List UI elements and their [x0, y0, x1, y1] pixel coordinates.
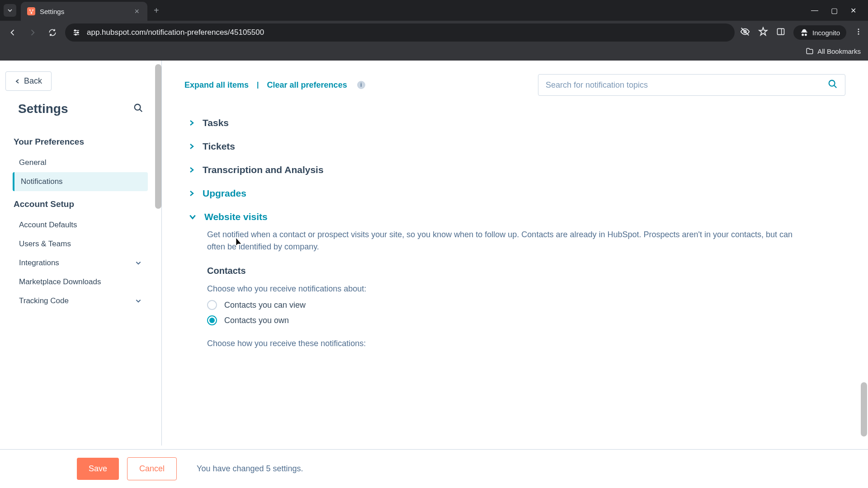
svg-point-6 — [75, 30, 76, 31]
section-upgrades[interactable]: Upgrades — [189, 182, 845, 205]
search-box[interactable] — [538, 74, 845, 96]
tab-close-icon[interactable]: × — [132, 7, 141, 16]
back-nav-icon[interactable] — [5, 25, 20, 40]
search-input[interactable] — [546, 80, 828, 90]
contacts-subtitle: Contacts — [207, 266, 845, 276]
sidebar-item-tracking-code[interactable]: Tracking Code — [13, 291, 148, 310]
forward-nav-icon — [25, 25, 40, 40]
settings-sidebar: Back Settings Your Preferences General N… — [0, 61, 162, 446]
footer-bar: Save Cancel You have changed 5 settings. — [0, 449, 868, 488]
sidebar-item-notifications[interactable]: Notifications — [13, 172, 148, 191]
settings-title: Settings — [18, 102, 68, 116]
minimize-icon[interactable]: — — [811, 6, 818, 15]
svg-point-13 — [858, 28, 859, 30]
chevron-right-icon — [189, 143, 194, 150]
save-button[interactable]: Save — [77, 458, 119, 480]
expand-all-link[interactable]: Expand all items — [184, 80, 249, 90]
sidebar-item-integrations[interactable]: Integrations — [13, 253, 148, 272]
hubspot-favicon — [27, 7, 35, 15]
svg-point-16 — [135, 104, 141, 110]
tab-title: Settings — [40, 8, 132, 15]
chevron-down-icon — [135, 260, 142, 266]
sidebar-item-marketplace[interactable]: Marketplace Downloads — [13, 272, 148, 291]
radio-contacts-view[interactable]: Contacts you can view — [207, 300, 845, 310]
reload-icon[interactable] — [45, 25, 60, 40]
account-setup-section-title: Account Setup — [14, 199, 148, 209]
bookmark-star-icon[interactable] — [758, 27, 768, 38]
svg-point-8 — [75, 34, 76, 35]
main-content: Expand all items | Clear all preferences… — [162, 61, 868, 446]
address-bar[interactable]: app.hubspot.com/notification-preferences… — [65, 23, 735, 42]
browser-tab[interactable]: Settings × — [21, 2, 147, 21]
search-icon[interactable] — [828, 79, 838, 91]
eye-off-icon[interactable] — [740, 27, 750, 38]
svg-line-19 — [834, 85, 837, 88]
section-tickets[interactable]: Tickets — [189, 135, 845, 158]
section-website-visits[interactable]: Website visits — [189, 205, 845, 229]
clear-all-link[interactable]: Clear all preferences — [267, 80, 347, 90]
section-description: Get notified when a contact or prospect … — [207, 229, 813, 253]
url-text: app.hubspot.com/notification-preferences… — [87, 28, 264, 37]
sidebar-item-general[interactable]: General — [13, 153, 148, 172]
search-settings-icon[interactable] — [133, 103, 143, 115]
svg-point-14 — [858, 31, 859, 33]
sidebar-scrollbar[interactable] — [155, 64, 161, 209]
bookmarks-bar: All Bookmarks — [0, 44, 868, 61]
svg-line-17 — [140, 109, 142, 112]
chevron-right-icon — [189, 167, 194, 173]
site-settings-icon[interactable] — [72, 28, 80, 37]
all-bookmarks-link[interactable]: All Bookmarks — [806, 47, 861, 55]
close-window-icon[interactable]: ✕ — [850, 6, 856, 15]
change-count-message: You have changed 5 settings. — [197, 464, 303, 474]
main-scrollbar[interactable] — [861, 382, 867, 436]
chevron-right-icon — [189, 190, 194, 197]
chevron-down-icon — [189, 214, 196, 220]
cancel-button[interactable]: Cancel — [127, 457, 177, 480]
info-icon[interactable]: i — [357, 81, 365, 89]
radio-input-checked[interactable] — [207, 315, 217, 325]
section-tasks[interactable]: Tasks — [189, 111, 845, 135]
section-transcription[interactable]: Transcription and Analysis — [189, 158, 845, 182]
maximize-icon[interactable]: ▢ — [831, 6, 838, 15]
radio-input[interactable] — [207, 300, 217, 310]
svg-point-7 — [77, 32, 79, 33]
toolbar: Expand all items | Clear all preferences… — [184, 74, 845, 96]
svg-point-18 — [829, 80, 835, 86]
who-label: Choose who you receive notifications abo… — [207, 284, 845, 294]
svg-rect-11 — [778, 28, 784, 34]
back-button[interactable]: Back — [5, 71, 52, 91]
how-label: Choose how you receive these notificatio… — [207, 339, 845, 348]
address-bar-row: app.hubspot.com/notification-preferences… — [0, 21, 868, 44]
chevron-down-icon — [135, 298, 142, 304]
tab-bar: Settings × + — ▢ ✕ — [0, 0, 868, 21]
radio-contacts-own[interactable]: Contacts you own — [207, 315, 845, 325]
sidebar-item-account-defaults[interactable]: Account Defaults — [13, 216, 148, 235]
sidepanel-icon[interactable] — [776, 27, 785, 38]
website-visits-body: Get notified when a contact or prospect … — [189, 229, 845, 364]
preferences-section-title: Your Preferences — [14, 137, 148, 147]
sidebar-item-users-teams[interactable]: Users & Teams — [13, 235, 148, 253]
chevron-right-icon — [189, 120, 194, 126]
new-tab-button[interactable]: + — [154, 5, 159, 16]
svg-point-15 — [858, 33, 859, 35]
browser-menu-icon[interactable] — [854, 28, 863, 38]
incognito-badge[interactable]: Incognito — [793, 25, 846, 40]
tab-list-dropdown[interactable] — [4, 4, 16, 17]
